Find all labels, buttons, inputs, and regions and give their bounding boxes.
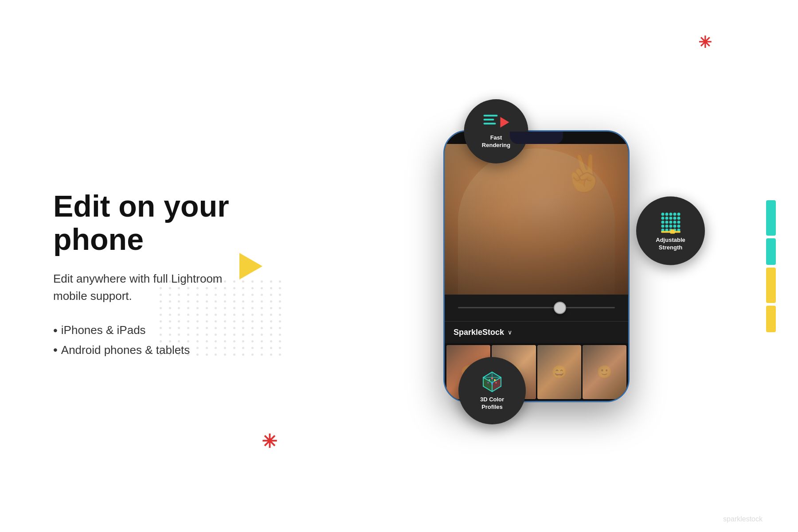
svg-point-33	[491, 377, 493, 379]
badge-3d-color-profiles: 3D ColorProfiles	[458, 357, 526, 424]
badge-adjustable-strength: AdjustableStrength	[636, 197, 705, 265]
thumb-4[interactable]: 🙂	[583, 345, 626, 399]
watermark: sparklestock	[723, 515, 763, 523]
3d-color-profiles-label: 3D ColorProfiles	[480, 396, 504, 411]
fast-line-2	[483, 119, 494, 120]
svg-point-2	[669, 213, 672, 216]
deco-rect-3	[766, 268, 776, 303]
dots-grid-inner: // Generate dots for(let i=0; i<168; i++…	[160, 280, 284, 356]
svg-point-12	[669, 221, 672, 224]
svg-point-38	[488, 382, 489, 383]
thumb-4-img: 🙂	[583, 345, 626, 399]
thumb-3[interactable]: 😄	[537, 345, 581, 399]
phone-notch	[510, 132, 563, 144]
svg-point-13	[673, 221, 676, 224]
phone-screen: ✌ SparkleStock ∨	[445, 132, 628, 401]
slider-bar[interactable]	[445, 295, 628, 321]
svg-point-3	[673, 213, 676, 216]
deco-rect-2	[766, 238, 776, 265]
svg-point-0	[661, 213, 664, 216]
svg-point-14	[677, 221, 680, 224]
slider-knob[interactable]	[554, 302, 566, 314]
brand-chevron-icon[interactable]: ∨	[508, 329, 512, 336]
3d-cube-icon	[481, 370, 504, 393]
phone-mockup: FastRendering ✌	[443, 130, 630, 402]
main-title: Edit on your phone	[53, 190, 275, 256]
svg-point-34	[494, 379, 496, 381]
left-content: Edit on your phone Edit anywhere with fu…	[0, 172, 275, 360]
page-wrapper: Edit on your phone Edit anywhere with fu…	[0, 0, 798, 532]
fast-lines	[483, 115, 497, 124]
fast-line-3	[483, 123, 496, 124]
thumb-3-face: 😄	[552, 365, 567, 379]
adjustable-strength-label: AdjustableStrength	[656, 236, 685, 251]
deco-rect-1	[766, 200, 776, 236]
play-button-icon	[500, 117, 509, 128]
yellow-triangle-decoration	[239, 253, 262, 280]
brand-bar: SparkleStock ∨	[445, 321, 628, 343]
phone-frame: ✌ SparkleStock ∨	[443, 130, 630, 402]
grid-svg	[659, 210, 682, 233]
svg-point-15	[661, 225, 664, 228]
slider-track[interactable]	[458, 307, 615, 308]
dots-decoration: // Generate dots for(let i=0; i<168; i++…	[160, 280, 284, 404]
adjustable-strength-icon	[659, 210, 682, 233]
brand-name: SparkleStock	[454, 328, 504, 337]
svg-point-4	[677, 213, 680, 216]
svg-point-8	[673, 217, 676, 220]
svg-point-9	[677, 217, 680, 220]
svg-point-17	[669, 225, 672, 228]
photo-area: ✌	[445, 144, 628, 295]
peace-sign-decoration: ✌	[559, 149, 610, 198]
svg-point-18	[673, 225, 676, 228]
svg-point-16	[665, 225, 668, 228]
svg-point-1	[665, 213, 668, 216]
deco-rect-4	[766, 306, 776, 332]
svg-point-6	[665, 217, 668, 220]
thumb-4-face: 🙂	[597, 365, 612, 379]
cube-svg	[481, 370, 504, 393]
svg-point-37	[496, 382, 497, 383]
right-content: FastRendering ✌	[275, 0, 798, 532]
svg-point-7	[669, 217, 672, 220]
svg-point-10	[661, 221, 664, 224]
svg-point-35	[489, 379, 490, 381]
svg-point-36	[491, 383, 493, 384]
svg-point-19	[677, 225, 680, 228]
deco-rectangles	[766, 200, 776, 332]
svg-point-5	[661, 217, 664, 220]
fast-rendering-icon	[483, 113, 509, 132]
fast-line-1	[483, 115, 497, 116]
fast-rendering-label: FastRendering	[482, 134, 510, 149]
svg-point-11	[665, 221, 668, 224]
thumb-3-img: 😄	[537, 345, 581, 399]
